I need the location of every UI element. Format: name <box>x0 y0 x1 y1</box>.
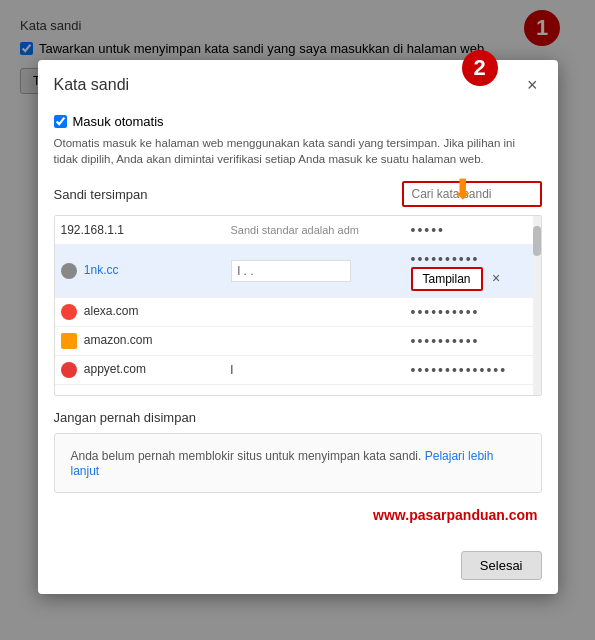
finish-button[interactable]: Selesai <box>461 551 542 580</box>
password-cell: •••••••••••••• <box>405 356 541 385</box>
site-cell: 192.168.1.1 <box>55 216 225 245</box>
auto-login-row: Masuk otomatis <box>54 114 542 129</box>
password-table: 192.168.1.1 Sandi standar adalah adm •••… <box>55 216 541 385</box>
show-password-button[interactable]: Tampilan <box>411 267 483 291</box>
password-cell: •••••••••• <box>405 327 541 356</box>
badge-2: 2 <box>462 50 498 86</box>
auto-login-desc: Otomatis masuk ke halaman web menggunaka… <box>54 135 542 167</box>
site-cell: alexa.com <box>55 298 225 327</box>
password-manager-modal: 2 Kata sandi × Masuk otomatis Otomatis m… <box>38 60 558 594</box>
password-cell: •••••••••• <box>405 298 541 327</box>
password-cell: •••••••••• Tampilan × <box>405 245 541 298</box>
auto-login-checkbox[interactable] <box>54 115 67 128</box>
modal-body: Masuk otomatis Otomatis masuk ke halaman… <box>38 106 558 545</box>
username-input[interactable] <box>231 260 351 282</box>
username-cell <box>225 245 405 298</box>
username-cell: Sandi standar adalah adm <box>225 216 405 245</box>
modal-overlay: 2 Kata sandi × Masuk otomatis Otomatis m… <box>0 0 595 640</box>
site-name: 192.168.1.1 <box>61 223 124 237</box>
site-cell: 1nk.cc <box>55 245 225 298</box>
site-cell: appyet.com <box>55 356 225 385</box>
scrollbar-track[interactable] <box>533 216 541 395</box>
username-cell: l <box>225 356 405 385</box>
table-row: appyet.com l •••••••••••••• <box>55 356 541 385</box>
table-row: 192.168.1.1 Sandi standar adalah adm •••… <box>55 216 541 245</box>
modal-footer: Selesai <box>38 545 558 594</box>
username-cell <box>225 327 405 356</box>
delete-password-button[interactable]: × <box>490 270 502 286</box>
username-cell <box>225 298 405 327</box>
table-row: alexa.com •••••••••• <box>55 298 541 327</box>
site-favicon <box>61 263 77 279</box>
site-name: alexa.com <box>84 304 139 318</box>
site-favicon <box>61 304 77 320</box>
site-name: amazon.com <box>84 333 153 347</box>
site-favicon <box>61 333 77 349</box>
site-name: appyet.com <box>84 362 146 376</box>
saved-passwords-label: Sandi tersimpan <box>54 187 148 202</box>
password-cell: ••••• <box>405 216 541 245</box>
modal-title: Kata sandi <box>54 76 130 94</box>
never-saved-box: Anda belum pernah memblokir situs untuk … <box>54 433 542 493</box>
never-saved-text: Anda belum pernah memblokir situs untuk … <box>71 449 494 478</box>
modal-close-button[interactable]: × <box>523 74 542 96</box>
table-row: amazon.com •••••••••• <box>55 327 541 356</box>
never-saved-label: Jangan pernah disimpan <box>54 410 542 425</box>
site-favicon <box>61 362 77 378</box>
site-cell: amazon.com <box>55 327 225 356</box>
watermark-bottom: www.pasarpanduan.com <box>54 507 542 523</box>
scrollbar-thumb <box>533 226 541 256</box>
table-row[interactable]: 1nk.cc •••••••••• Tampilan × <box>55 245 541 298</box>
auto-login-label: Masuk otomatis <box>73 114 164 129</box>
site-link[interactable]: 1nk.cc <box>84 263 119 277</box>
arrow-indicator: ⬇ <box>451 173 474 206</box>
